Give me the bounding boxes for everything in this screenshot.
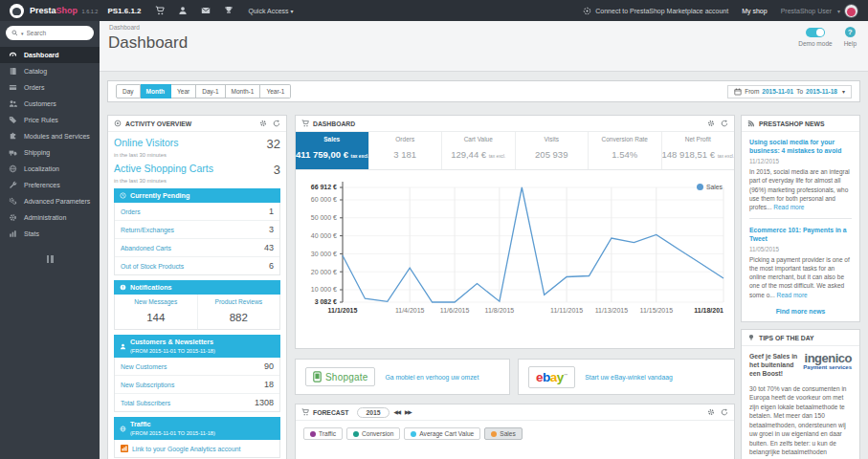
sidebar-item-price-rules[interactable]: Price Rules bbox=[0, 112, 100, 128]
gear-icon[interactable] bbox=[707, 120, 715, 127]
svg-text:20 000 €: 20 000 € bbox=[311, 269, 337, 275]
kpi-sales[interactable]: Sales411 759,00 € tax excl. bbox=[296, 132, 369, 169]
prestashop-logo bbox=[10, 4, 24, 18]
panel-title: ACTIVITY OVERVIEW bbox=[125, 120, 191, 127]
news-article-date: 11/12/2015 bbox=[749, 158, 852, 164]
search-icon bbox=[11, 30, 18, 36]
notifications-header: Notifications bbox=[114, 280, 280, 295]
kpi-strip: Sales411 759,00 € tax excl. Orders3 181 … bbox=[296, 132, 734, 170]
cart-icon bbox=[301, 120, 309, 127]
sidebar-item-preferences[interactable]: Preferences bbox=[0, 177, 100, 193]
breadcrumb: Dashboard bbox=[109, 24, 140, 31]
range-month-button[interactable]: Month bbox=[141, 84, 172, 98]
cart-icon[interactable] bbox=[155, 6, 165, 15]
find-more-news-link[interactable]: Find more news bbox=[749, 308, 852, 315]
credit-card-icon bbox=[9, 83, 17, 92]
pending-row-abandoned-carts: Abandoned Carts43 bbox=[115, 239, 279, 257]
messages-icon[interactable] bbox=[201, 6, 211, 15]
svg-text:11/13/2015: 11/13/2015 bbox=[595, 307, 629, 314]
forecast-back-button[interactable]: ◀◀ bbox=[394, 409, 400, 415]
svg-text:11/4/2015: 11/4/2015 bbox=[395, 307, 425, 314]
sidebar-item-administration[interactable]: Administration bbox=[0, 209, 100, 226]
news-article-title[interactable]: Ecommerce 101: Payments in a Tweet bbox=[749, 226, 852, 243]
demo-mode-toggle[interactable] bbox=[806, 28, 825, 37]
sidebar-search[interactable]: ▾ bbox=[6, 26, 94, 40]
sidebar-item-shipping[interactable]: Shipping bbox=[0, 144, 100, 161]
sidebar-item-modules[interactable]: Modules and Services bbox=[0, 128, 100, 144]
sidebar-item-orders[interactable]: Orders bbox=[0, 79, 100, 96]
marketplace-link[interactable]: Connect to PrestaShop Marketplace accoun… bbox=[583, 7, 728, 15]
globe-icon bbox=[120, 426, 126, 432]
sidebar-item-dashboard[interactable]: Dashboard bbox=[0, 47, 100, 63]
sidebar-item-advanced-parameters[interactable]: Advanced Parameters bbox=[0, 193, 100, 209]
svg-text:11/15/2015: 11/15/2015 bbox=[640, 307, 674, 314]
read-more-link[interactable]: Read more bbox=[777, 292, 808, 298]
refresh-icon[interactable] bbox=[721, 120, 728, 127]
customer-icon[interactable] bbox=[178, 6, 188, 15]
date-range-picker[interactable]: From 2015-11-01 To 2015-11-18 ▾ bbox=[727, 85, 852, 98]
gear-icon[interactable] bbox=[259, 120, 267, 127]
new-subscriptions-row: New Subscriptions18 bbox=[115, 376, 279, 394]
svg-text:50 000 €: 50 000 € bbox=[311, 214, 337, 221]
news-article: Using social media for your business: 4 … bbox=[749, 138, 852, 211]
wrench-icon bbox=[9, 181, 17, 189]
range-year-1-button[interactable]: Year-1 bbox=[260, 84, 291, 98]
forecast-legend-average-cart-value[interactable]: Average Cart Value bbox=[404, 427, 480, 440]
clock-icon bbox=[120, 192, 126, 199]
search-scope-caret[interactable]: ▾ bbox=[21, 31, 24, 36]
sidebar-item-stats[interactable]: Stats bbox=[0, 226, 100, 242]
active-carts-link[interactable]: Active Shopping Carts bbox=[114, 163, 213, 174]
forecast-forward-button[interactable]: ▶▶ bbox=[405, 409, 411, 415]
kpi-visits[interactable]: Visits205 939 bbox=[516, 132, 590, 169]
bar-chart-icon bbox=[9, 230, 17, 238]
news-article-title[interactable]: Using social media for your business: 4 … bbox=[749, 138, 852, 155]
svg-text:11/8/2015: 11/8/2015 bbox=[485, 307, 515, 314]
kpi-conversion-rate[interactable]: Conversion Rate1.54% bbox=[589, 132, 662, 169]
product-reviews-cell: Product Reviews 882 bbox=[197, 295, 280, 329]
user-menu[interactable]: PrestaShop User ▾ bbox=[781, 4, 858, 18]
total-subscribers-row: Total Subscribers1308 bbox=[115, 394, 279, 411]
sales-line-chart: 3 082 €10 000 €20 000 €30 000 €40 000 €5… bbox=[299, 176, 731, 329]
range-day-button[interactable]: Day bbox=[116, 84, 141, 98]
range-month-1-button[interactable]: Month-1 bbox=[226, 84, 261, 98]
help-icon[interactable]: ? bbox=[845, 27, 856, 37]
sidebar-item-catalog[interactable]: Catalog bbox=[0, 63, 100, 79]
ebay-banner[interactable]: ebay™ Start uw eBay-winkel vandaag bbox=[518, 359, 735, 395]
quick-access-menu[interactable]: Quick Access▾ bbox=[249, 8, 294, 14]
read-more-link[interactable]: Read more bbox=[773, 204, 804, 210]
pending-row-orders: Orders1 bbox=[115, 203, 279, 221]
forecast-legend-conversion[interactable]: Conversion bbox=[346, 427, 400, 440]
online-visitors-link[interactable]: Online Visitors bbox=[114, 137, 179, 148]
svg-text:60 000 €: 60 000 € bbox=[311, 196, 337, 203]
from-date: 2015-11-01 bbox=[762, 88, 793, 95]
my-shop-link[interactable]: My shop bbox=[742, 8, 767, 14]
sidebar-item-customers[interactable]: Customers bbox=[0, 96, 100, 112]
new-messages-cell: New Messages 144 bbox=[115, 295, 197, 329]
gear-icon[interactable] bbox=[707, 408, 715, 416]
kpi-net-profit[interactable]: Net Profit148 918,51 € tax excl. bbox=[662, 132, 735, 169]
kpi-cart-value[interactable]: Cart Value129,44 € tax excl. bbox=[442, 132, 516, 169]
forecast-year-pill[interactable]: 2015 bbox=[357, 407, 389, 418]
kpi-orders[interactable]: Orders3 181 bbox=[369, 132, 443, 169]
shopgate-link[interactable]: Ga mobiel en verhoog uw omzet bbox=[385, 374, 479, 381]
trophy-icon[interactable] bbox=[224, 6, 234, 15]
ebay-link[interactable]: Start uw eBay-winkel vandaag bbox=[585, 374, 672, 381]
range-day-1-button[interactable]: Day-1 bbox=[196, 84, 225, 98]
chevron-down-icon: ▾ bbox=[291, 9, 294, 14]
range-year-button[interactable]: Year bbox=[171, 84, 196, 98]
activity-overview-panel: ACTIVITY OVERVIEW Online Visitors 32 in … bbox=[107, 115, 287, 459]
google-analytics-link[interactable]: Link to your Google Analytics account bbox=[114, 440, 280, 458]
svg-text:11/18/201: 11/18/201 bbox=[694, 307, 723, 314]
forecast-legend-sales[interactable]: Sales bbox=[484, 427, 523, 440]
search-input[interactable] bbox=[27, 30, 82, 36]
refresh-icon[interactable] bbox=[273, 120, 280, 127]
truck-icon bbox=[9, 148, 17, 157]
forecast-legend-traffic[interactable]: Traffic bbox=[303, 427, 343, 440]
chart-legend-sales[interactable]: Sales bbox=[697, 184, 723, 190]
sidebar-collapse-button[interactable] bbox=[44, 255, 56, 263]
new-customers-row: New Customers90 bbox=[115, 358, 279, 376]
puzzle-icon bbox=[9, 132, 17, 141]
shopgate-banner[interactable]: Shopgate Ga mobiel en verhoog uw omzet bbox=[295, 359, 510, 395]
refresh-icon[interactable] bbox=[721, 408, 728, 416]
sidebar-item-localization[interactable]: Localization bbox=[0, 161, 100, 177]
